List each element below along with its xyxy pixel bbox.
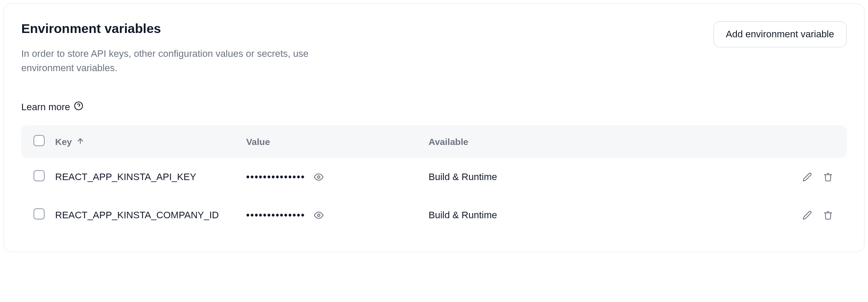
eye-icon [314,172,323,182]
learn-more-label: Learn more [21,102,70,113]
table-header-row: Key Value Available [21,125,847,158]
pencil-icon [802,172,812,182]
row-checkbox-cell [33,170,55,184]
svg-point-3 [317,176,320,178]
row-key: REACT_APP_KINSTA_COMPANY_ID [55,210,246,221]
row-available: Build & Runtime [429,210,801,221]
trash-icon [823,172,833,182]
trash-icon [823,210,833,220]
eye-icon [314,210,323,220]
row-available: Build & Runtime [429,171,801,183]
row-key: REACT_APP_KINSTA_API_KEY [55,171,246,183]
row-checkbox[interactable] [33,170,45,181]
row-actions [801,171,835,184]
edit-button[interactable] [801,171,814,184]
table-row: REACT_APP_KINSTA_API_KEY •••••••••••••• … [21,158,847,196]
header-checkbox-cell [33,135,55,148]
section-description: In order to store API keys, other config… [21,46,360,75]
help-icon [74,101,83,113]
header-value: Value [246,137,429,147]
pencil-icon [802,210,812,220]
reveal-value-button[interactable] [312,171,325,184]
header-key-label: Key [55,137,72,147]
learn-more-link[interactable]: Learn more [21,101,83,113]
header-available: Available [429,137,835,147]
header-key[interactable]: Key [55,137,246,147]
env-vars-table: Key Value Available REACT_APP_KINSTA_API… [21,125,847,234]
select-all-checkbox[interactable] [33,135,45,146]
table-row: REACT_APP_KINSTA_COMPANY_ID ••••••••••••… [21,196,847,234]
environment-variables-card: Environment variables In order to store … [3,3,865,252]
section-header-text: Environment variables In order to store … [21,21,360,75]
arrow-up-icon [76,137,84,147]
masked-value: •••••••••••••• [246,171,305,183]
row-checkbox[interactable] [33,208,45,220]
reveal-value-button[interactable] [312,209,325,222]
masked-value: •••••••••••••• [246,210,305,221]
row-actions [801,209,835,222]
edit-button[interactable] [801,209,814,222]
delete-button[interactable] [822,171,835,184]
delete-button[interactable] [822,209,835,222]
row-value: •••••••••••••• [246,171,429,184]
row-value: •••••••••••••• [246,209,429,222]
add-environment-variable-button[interactable]: Add environment variable [713,21,847,47]
row-checkbox-cell [33,208,55,222]
section-header: Environment variables In order to store … [21,21,847,75]
svg-point-4 [317,214,320,217]
section-title: Environment variables [21,21,360,36]
